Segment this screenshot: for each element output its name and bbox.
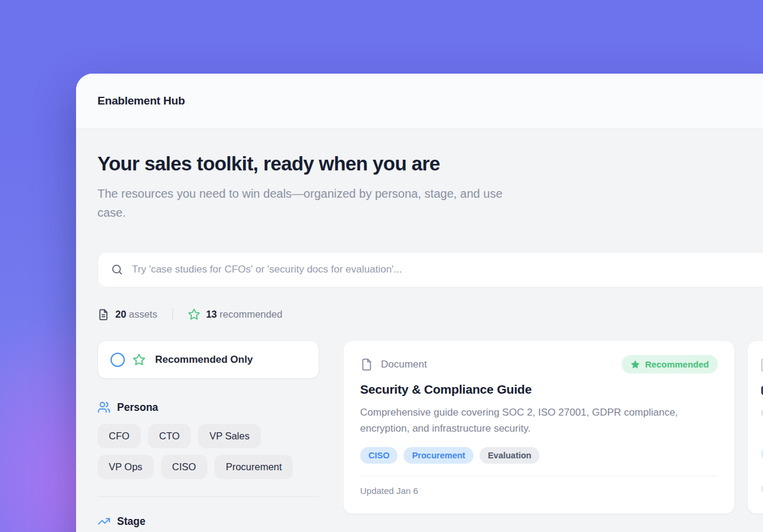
persona-chip-cto[interactable]: CTO: [148, 424, 191, 448]
stage-section-heading: Stage: [97, 515, 319, 528]
persona-chip-vp-ops[interactable]: VP Ops: [97, 455, 154, 479]
main-content: Your sales toolkit, ready when you are T…: [76, 153, 763, 528]
assets-stat-text: 20 assets: [115, 309, 157, 320]
recommended-stat: 13 recommended: [188, 308, 282, 321]
tag-evaluation: Evaluation: [480, 447, 540, 464]
app-header: Enablement Hub: [76, 74, 763, 129]
enablement-hub-window: Enablement Hub Your sales toolkit, ready…: [76, 74, 763, 532]
assets-stat: 20 assets: [97, 309, 157, 321]
persona-chip-procurement[interactable]: Procurement: [215, 455, 293, 479]
recommended-only-label: Recommended Only: [155, 354, 253, 366]
asset-card-partial[interactable]: [747, 340, 763, 514]
users-icon: [97, 401, 111, 414]
card-title: Security & Compliance Guide: [360, 382, 718, 397]
radio-circle-icon[interactable]: [111, 353, 125, 367]
persona-section-heading: Persona: [97, 401, 319, 414]
app-title: Enablement Hub: [97, 94, 185, 107]
trending-up-icon: [97, 515, 111, 528]
card-type: Document: [360, 358, 427, 371]
asset-cards: Document Recommended Security & Complian…: [343, 340, 763, 514]
card-header-row: Document Recommended: [360, 355, 718, 373]
persona-chip-ciso[interactable]: CISO: [161, 455, 207, 479]
star-filled-icon: [630, 360, 640, 369]
page-subtitle: The resources you need to win deals—orga…: [97, 184, 507, 222]
search-input[interactable]: [132, 264, 763, 276]
persona-chip-vp-sales[interactable]: VP Sales: [198, 424, 261, 448]
persona-label: Persona: [117, 401, 158, 414]
star-icon: [133, 353, 146, 366]
search-box[interactable]: [97, 252, 763, 287]
card-type-label: Document: [381, 359, 427, 370]
recommended-only-toggle[interactable]: Recommended Only: [97, 340, 319, 379]
stats-row: 20 assets 13 recommended: [97, 308, 763, 321]
page-title: Your sales toolkit, ready when you are: [97, 153, 763, 175]
stats-divider: [172, 308, 173, 321]
star-icon: [188, 308, 200, 321]
document-icon: [97, 309, 109, 321]
recommended-badge-label: Recommended: [645, 359, 709, 369]
card-description: Comprehensive guide covering SOC 2, ISO …: [360, 404, 696, 436]
card-updated: Updated Jan 6: [360, 476, 718, 496]
persona-chips: CFO CTO VP Sales VP Ops CISO Procurement: [97, 424, 319, 479]
persona-chip-cfo[interactable]: CFO: [97, 424, 141, 448]
tag-ciso: CISO: [360, 447, 398, 464]
file-icon: [360, 358, 373, 371]
stage-label: Stage: [117, 515, 146, 528]
tag-procurement: Procurement: [403, 447, 473, 464]
asset-card-security-compliance-guide[interactable]: Document Recommended Security & Complian…: [343, 340, 735, 514]
sidebar-divider: [97, 496, 319, 497]
recommended-badge: Recommended: [622, 355, 718, 373]
filters-and-results: Recommended Only Persona CFO CTO VP Sale…: [97, 340, 763, 528]
filters-sidebar: Recommended Only Persona CFO CTO VP Sale…: [97, 340, 319, 528]
card-tags: CISO Procurement Evaluation: [360, 447, 718, 464]
recommended-stat-text: 13 recommended: [206, 309, 282, 320]
search-icon: [111, 263, 124, 276]
